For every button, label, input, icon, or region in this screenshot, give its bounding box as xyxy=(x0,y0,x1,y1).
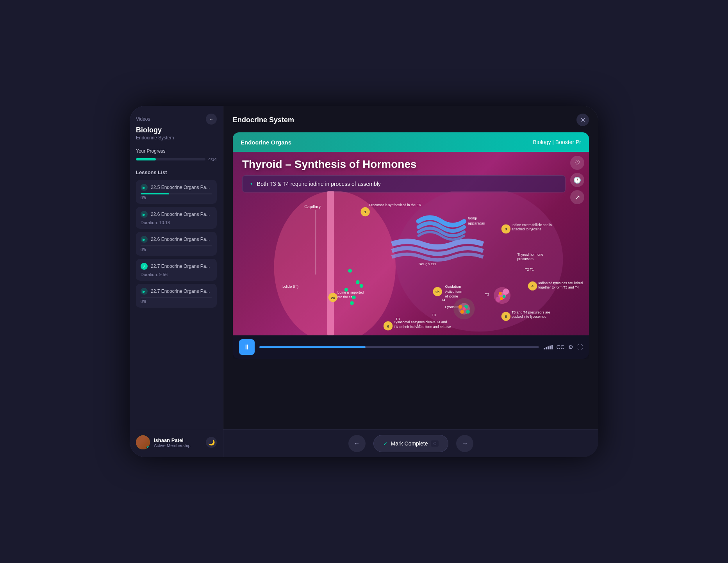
lesson-progress-bar-5 xyxy=(141,297,212,298)
signal-bar-3 xyxy=(548,346,549,349)
user-text: Ishaan Patel Active Membership xyxy=(154,437,191,448)
lesson-title-3: 22.6 Endocrine Organs Pa... xyxy=(151,237,212,242)
lesson-meta-4: Duration: 9:56 xyxy=(141,272,212,277)
lesson-progress-fill-1 xyxy=(141,193,169,194)
svg-point-57 xyxy=(344,288,348,292)
close-button[interactable]: ✕ xyxy=(576,114,589,126)
svg-text:into the cell: into the cell xyxy=(337,295,354,299)
lesson-item-3[interactable]: ▶ 22.6 Endocrine Organs Pa... 0/5 xyxy=(136,232,217,256)
lesson-item-header-2: ▶ 22.6 Endocrine Organs Pa... xyxy=(141,211,212,218)
svg-text:together to form T3 and T4: together to form T3 and T4 xyxy=(538,285,579,289)
progress-bar-container: 4/14 xyxy=(136,157,217,162)
svg-text:apparatus: apparatus xyxy=(468,221,485,225)
svg-text:4: 4 xyxy=(532,284,534,288)
svg-point-35 xyxy=(503,289,509,295)
signal-bar-4 xyxy=(550,346,551,349)
svg-point-55 xyxy=(348,269,352,273)
svg-text:T3: T3 xyxy=(485,292,489,296)
lesson-item-4[interactable]: ✓ 22.7 Endocrine Organs Pa... Duration: … xyxy=(136,259,217,281)
svg-text:2a: 2a xyxy=(331,296,335,300)
progress-count: 4/14 xyxy=(209,157,217,162)
signal-bar-5 xyxy=(551,345,553,349)
svg-point-56 xyxy=(356,280,360,284)
svg-text:Rough ER: Rough ER xyxy=(418,262,436,266)
theme-toggle-button[interactable]: 🌙 xyxy=(206,437,217,448)
svg-point-37 xyxy=(499,292,502,295)
lesson-video-icon-2: ▶ xyxy=(141,211,148,218)
lesson-progress-bar-3 xyxy=(141,245,212,246)
svg-text:5: 5 xyxy=(505,314,507,319)
sidebar: Videos ← Biology Endocrine System Your P… xyxy=(130,106,223,457)
svg-text:T2   T1: T2 T1 xyxy=(525,267,534,271)
main-header: Endocrine System ✕ xyxy=(223,106,598,132)
mark-complete-label: Mark Complete xyxy=(391,440,428,447)
lesson-item-1[interactable]: ▶ 22.5 Endocrine Organs Pa... 0/5 xyxy=(136,180,217,204)
favorite-button[interactable]: ♡ xyxy=(570,156,584,170)
svg-text:3: 3 xyxy=(505,227,507,231)
lesson-item-header-5: ▶ 22.7 Endocrine Organs Pa... xyxy=(141,288,212,295)
svg-text:Active form: Active form xyxy=(445,290,462,294)
diagram-svg: Capillary Golgi xyxy=(233,191,589,335)
svg-point-38 xyxy=(503,295,506,298)
lesson-item-2[interactable]: ▶ 22.6 Endocrine Organs Pa... Duration: … xyxy=(136,207,217,229)
svg-text:Golgi: Golgi xyxy=(468,216,477,220)
diagram-area: Capillary Golgi xyxy=(233,191,589,335)
svg-point-59 xyxy=(360,284,364,288)
watch-later-button[interactable]: 🕐 xyxy=(570,173,584,187)
cc-button[interactable]: CC xyxy=(557,344,564,350)
lesson-title-2: 22.6 Endocrine Organs Pa... xyxy=(151,212,212,217)
lesson-video-icon-5: ▶ xyxy=(141,288,148,295)
back-button[interactable]: ← xyxy=(206,114,217,125)
lesson-item-5[interactable]: ▶ 22.7 Endocrine Organs Pa... 0/6 xyxy=(136,284,217,308)
video-side-buttons: ♡ 🕐 ↗ xyxy=(570,156,584,204)
page-title: Endocrine System xyxy=(233,116,294,124)
lesson-item-header-3: ▶ 22.6 Endocrine Organs Pa... xyxy=(141,236,212,243)
user-status: Active Membership xyxy=(154,443,191,448)
lesson-check-icon-4: ✓ xyxy=(141,263,148,270)
svg-point-0 xyxy=(274,191,396,335)
lesson-progress-text-3: 0/5 xyxy=(141,248,212,252)
lesson-title-1: 22.5 Endocrine Organs Pa... xyxy=(151,185,212,190)
pause-button[interactable]: ⏸ xyxy=(239,339,255,355)
fullscreen-button[interactable]: ⛶ xyxy=(577,344,583,350)
next-button[interactable]: → xyxy=(456,435,473,452)
progress-label: Your Progress xyxy=(136,148,217,154)
svg-text:Iodinated tyrosines are linked: Iodinated tyrosines are linked xyxy=(538,281,583,285)
signal-bar-2 xyxy=(546,347,547,349)
progress-track[interactable] xyxy=(259,346,539,348)
svg-point-45 xyxy=(466,310,470,314)
sidebar-title: Biology xyxy=(136,126,217,134)
video-main-title: Thyroid – Synthesis of Hormones xyxy=(242,158,566,171)
progress-bar-bg xyxy=(136,158,205,160)
svg-text:6: 6 xyxy=(387,324,389,328)
video-subtitle-box: • Both T3 & T4 require iodine in process… xyxy=(242,175,566,192)
svg-text:attached to tyrosine: attached to tyrosine xyxy=(512,227,541,231)
sidebar-subtitle: Endocrine System xyxy=(136,135,217,141)
signal-bar-1 xyxy=(544,348,545,349)
svg-point-60 xyxy=(350,301,354,305)
svg-text:T3 to their individual form an: T3 to their individual form and release xyxy=(394,325,451,329)
svg-text:Thyroid hormone: Thyroid hormone xyxy=(517,253,543,257)
video-content: Thyroid – Synthesis of Hormones • Both T… xyxy=(233,152,589,335)
progress-played xyxy=(259,346,366,348)
lesson-item-header-1: ▶ 22.5 Endocrine Organs Pa... xyxy=(141,184,212,191)
mark-complete-button[interactable]: ✓ Mark Complete C xyxy=(373,435,449,452)
lesson-progress-bar-1 xyxy=(141,193,212,194)
bullet-icon: • xyxy=(250,181,252,187)
check-icon: ✓ xyxy=(383,440,388,447)
svg-point-42 xyxy=(459,305,462,309)
share-button[interactable]: ↗ xyxy=(570,190,584,204)
svg-text:Oxidation: Oxidation xyxy=(445,284,461,289)
svg-point-46 xyxy=(462,307,466,310)
settings-button[interactable]: ⚙ xyxy=(568,344,573,350)
prev-button[interactable]: ← xyxy=(348,435,366,452)
signal-bars xyxy=(544,345,553,349)
svg-text:Capillary: Capillary xyxy=(304,204,321,209)
svg-point-39 xyxy=(500,297,503,300)
svg-text:T3: T3 xyxy=(396,317,400,321)
main-content: Endocrine System ✕ Endocrine Organs Biol… xyxy=(223,106,598,457)
svg-text:T3: T3 xyxy=(432,313,436,317)
lesson-progress-text-1: 0/5 xyxy=(141,196,212,200)
video-top-right: Biology | Booster Pr xyxy=(533,139,581,145)
lesson-video-icon-1: ▶ xyxy=(141,184,148,191)
